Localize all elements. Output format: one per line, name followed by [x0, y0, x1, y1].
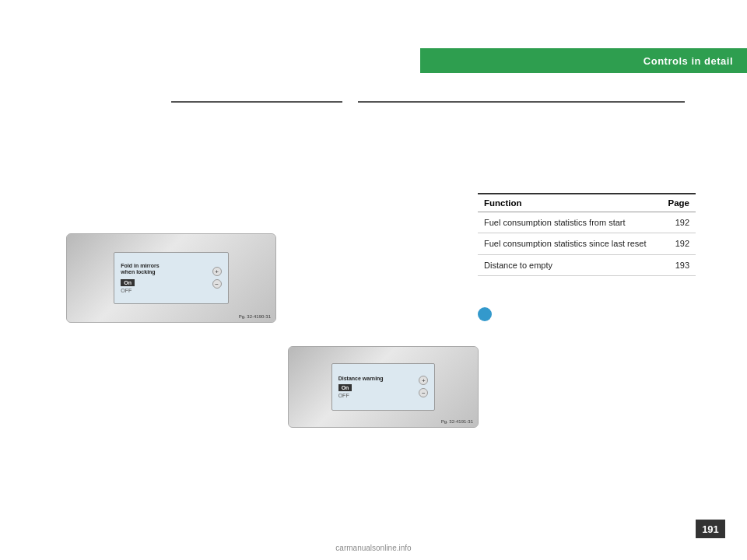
distance-on-label: On [338, 384, 352, 391]
blue-bullet [478, 307, 492, 321]
header-bar: Controls in detail [420, 48, 747, 73]
table-row: Fuel consumption statistics from start19… [478, 212, 696, 233]
mirror-btn-group: + − [212, 267, 222, 289]
distance-screen-title: Distance warning [338, 376, 384, 381]
table-cell-page: 192 [661, 212, 696, 233]
table-cell-page: 192 [661, 233, 696, 254]
info-table: Function Page Fuel consumption statistic… [478, 193, 696, 276]
table-cell-function: Fuel consumption statistics from start [478, 212, 661, 233]
table-header-function: Function [478, 194, 661, 212]
header-title: Controls in detail [644, 55, 733, 67]
page-badge: 191 [696, 520, 725, 538]
divider-right [358, 101, 685, 103]
table-cell-page: 193 [661, 254, 696, 275]
table-header-page: Page [661, 194, 696, 212]
divider-left [171, 101, 342, 103]
mirror-minus-btn: − [212, 279, 222, 289]
distance-plus-btn: + [419, 376, 428, 385]
table-row: Fuel consumption statistics since last r… [478, 233, 696, 254]
distance-image-inner: Distance warning On OFF + − Pg. 32-4191-… [289, 347, 478, 427]
distance-off-label: OFF [338, 393, 349, 398]
distance-screen: Distance warning On OFF + − [331, 363, 436, 411]
mirror-screen: Fold in mirrorswhen locking On OFF + − [114, 252, 228, 305]
distance-minus-btn: − [419, 388, 428, 397]
mirror-off-label: OFF [121, 288, 132, 293]
table-row: Distance to empty193 [478, 254, 696, 275]
watermark: carmanualsonline.info [335, 544, 411, 552]
mirror-on-label: On [121, 279, 135, 286]
distance-btn-group: + − [419, 376, 428, 397]
distance-caption: Pg. 32-4191-31 [441, 419, 473, 424]
mirror-plus-btn: + [212, 267, 222, 276]
mirror-screen-title: Fold in mirrorswhen locking [121, 263, 159, 276]
distance-image-box: Distance warning On OFF + − Pg. 32-4191-… [288, 346, 479, 428]
table-cell-function: Distance to empty [478, 254, 661, 275]
mirror-image-inner: Fold in mirrorswhen locking On OFF + − P… [67, 234, 275, 322]
mirror-image-box: Fold in mirrorswhen locking On OFF + − P… [66, 233, 276, 323]
mirror-caption: Pg. 32-4190-31 [239, 314, 271, 319]
table-cell-function: Fuel consumption statistics since last r… [478, 233, 661, 254]
